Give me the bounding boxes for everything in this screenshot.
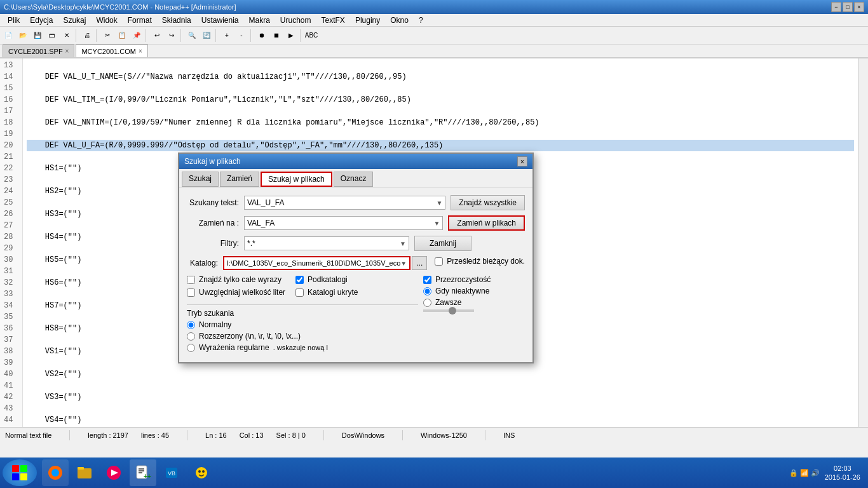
transparency-header: Przezroczystość bbox=[423, 275, 525, 284]
status-sep-3 bbox=[323, 430, 324, 440]
radio-regex[interactable] bbox=[187, 344, 195, 352]
right-checkboxes-area: Podkatalogi Katalogi ukryte bbox=[295, 275, 358, 301]
radio-normal[interactable] bbox=[187, 321, 195, 329]
menu-skladnia[interactable]: Składnia bbox=[157, 15, 196, 26]
macro-record-button[interactable]: ⏺ bbox=[255, 29, 269, 43]
close-window-button[interactable]: × bbox=[854, 2, 864, 12]
maximize-button[interactable]: □ bbox=[843, 2, 853, 12]
taskbar-explorer[interactable] bbox=[71, 459, 98, 486]
catalog-combo[interactable]: I:\DMC_1035V_eco_Sinumerik_810D\DMC_1035… bbox=[223, 256, 410, 270]
radio-always[interactable] bbox=[423, 299, 431, 307]
find-dialog-close-button[interactable]: × bbox=[517, 156, 527, 166]
menu-widok[interactable]: Widok bbox=[91, 15, 122, 26]
menu-edycja[interactable]: Edycja bbox=[25, 15, 58, 26]
taskbar-notepadpp[interactable]: ++ bbox=[130, 459, 156, 486]
match-case-row: Uwzględniaj wielkość liter bbox=[187, 288, 285, 297]
save-button[interactable]: 💾 bbox=[31, 29, 44, 43]
menu-help[interactable]: ? bbox=[414, 15, 428, 26]
menu-format[interactable]: Format bbox=[123, 15, 157, 26]
toolbar-sep-1 bbox=[76, 29, 78, 42]
taskbar-virtualbox[interactable]: VB bbox=[159, 459, 186, 486]
macro-stop-button[interactable]: ⏹ bbox=[269, 29, 283, 43]
menu-szukaj[interactable]: Szukaj bbox=[58, 15, 91, 26]
undo-button[interactable]: ↩ bbox=[150, 29, 164, 43]
radio-extended[interactable] bbox=[187, 332, 195, 341]
ins-display: INS bbox=[503, 431, 515, 439]
separator-1 bbox=[187, 304, 418, 305]
find-button[interactable]: 🔍 bbox=[185, 29, 199, 43]
zoom-out-button[interactable]: - bbox=[234, 29, 248, 43]
replace-files-button[interactable]: Zamień w plikach bbox=[448, 215, 525, 231]
menu-plik[interactable]: Plik bbox=[3, 15, 25, 26]
svg-point-19 bbox=[202, 470, 205, 473]
current-doc-checkbox[interactable] bbox=[435, 257, 443, 266]
subdirs-checkbox[interactable] bbox=[295, 276, 304, 284]
time-display: 02:03 bbox=[825, 464, 860, 473]
svg-text:VB: VB bbox=[168, 470, 175, 477]
replace-text-combo[interactable]: VAL_FA ▼ bbox=[244, 216, 443, 230]
find-tab-szukaj[interactable]: Szukaj bbox=[182, 172, 219, 187]
toolbar-sep-7 bbox=[300, 29, 302, 42]
taskbar-paint[interactable] bbox=[188, 459, 215, 486]
menu-okno[interactable]: Okno bbox=[385, 15, 414, 26]
menu-uruchom[interactable]: Uruchom bbox=[275, 15, 316, 26]
find-replace-button[interactable]: 🔄 bbox=[200, 29, 214, 43]
copy-button[interactable]: 📋 bbox=[115, 29, 129, 43]
menu-ustawienia[interactable]: Ustawienia bbox=[196, 15, 244, 26]
menu-makra[interactable]: Makra bbox=[244, 15, 275, 26]
radio-normal-row: Normalny bbox=[187, 320, 418, 329]
toolbar-sep-4 bbox=[180, 29, 183, 42]
cut-button[interactable]: ✂ bbox=[100, 29, 114, 43]
filters-combo[interactable]: *.* ▼ bbox=[244, 236, 409, 250]
radio-always-label: Zawsze bbox=[435, 298, 461, 307]
minimize-button[interactable]: − bbox=[831, 2, 841, 12]
browse-button[interactable]: ... bbox=[412, 256, 427, 270]
find-tab-zamien[interactable]: Zamień bbox=[220, 172, 259, 187]
save-all-button[interactable]: 🗃 bbox=[45, 29, 59, 43]
menu-textfx[interactable]: TextFX bbox=[316, 15, 350, 26]
tab-cycle2001spf-close[interactable]: × bbox=[65, 48, 69, 55]
close-button[interactable]: ✕ bbox=[60, 29, 74, 43]
svg-rect-3 bbox=[20, 473, 27, 480]
find-dialog-title: Szukaj w plikach × bbox=[179, 154, 532, 169]
replace-text-row: Zamień na : VAL_FA ▼ Zamień w plikach bbox=[187, 215, 525, 231]
file-type: Normal text file bbox=[5, 431, 51, 439]
search-combo-arrow: ▼ bbox=[436, 200, 442, 207]
code-line-13: DEF VAL_U_T_NAME=(S///"Nazwa narzędzia d… bbox=[27, 71, 854, 83]
new-button[interactable]: 📄 bbox=[1, 29, 15, 43]
find-tab-szukaj-w-plikach[interactable]: Szukaj w plikach bbox=[261, 172, 332, 187]
tab-mcyc2001com-close[interactable]: × bbox=[139, 48, 142, 55]
transparency-slider[interactable] bbox=[423, 309, 474, 312]
tab-mcyc2001com[interactable]: MCYC2001.COM × bbox=[76, 44, 147, 57]
search-text-combo[interactable]: VAL_U_FA ▼ bbox=[244, 196, 445, 210]
print-button[interactable]: 🖨 bbox=[80, 29, 94, 43]
transparency-checkbox[interactable] bbox=[423, 276, 431, 284]
col-display: Col : 13 bbox=[240, 431, 264, 439]
radio-extended-label: Rozszerzony (\n, \r, \t, \0, \x...) bbox=[199, 332, 301, 341]
find-tab-oznacz[interactable]: Oznacz bbox=[334, 172, 374, 187]
current-doc-checkbox-row: Prześledź bieżący dok. bbox=[435, 257, 525, 266]
macro-play-button[interactable]: ▶ bbox=[284, 29, 298, 43]
find-all-button[interactable]: Znajdź wszystkie bbox=[451, 195, 525, 210]
match-case-checkbox[interactable] bbox=[187, 288, 195, 297]
menu-pluginy[interactable]: Pluginy bbox=[350, 15, 385, 26]
radio-normal-label: Normalny bbox=[199, 320, 231, 329]
hidden-checkbox[interactable] bbox=[295, 288, 304, 297]
taskbar-firefox[interactable] bbox=[42, 459, 69, 486]
radio-inactive[interactable] bbox=[423, 287, 431, 295]
spell-check-button[interactable]: ABC bbox=[304, 29, 318, 43]
system-tray: 🔒 📶 🔊 bbox=[789, 469, 820, 477]
open-button[interactable]: 📂 bbox=[16, 29, 30, 43]
lines-display: lines : 45 bbox=[141, 431, 169, 439]
svg-rect-2 bbox=[12, 473, 19, 480]
tab-cycle2001spf[interactable]: CYCLE2001.SPF × bbox=[3, 44, 74, 57]
start-button[interactable] bbox=[3, 459, 37, 486]
paste-button[interactable]: 📌 bbox=[130, 29, 144, 43]
zoom-in-button[interactable]: + bbox=[220, 29, 234, 43]
taskbar-media[interactable] bbox=[100, 459, 127, 486]
scrollbar[interactable] bbox=[858, 58, 868, 427]
tab-cycle2001spf-label: CYCLE2001.SPF bbox=[8, 48, 63, 55]
whole-word-checkbox[interactable] bbox=[187, 276, 195, 284]
redo-button[interactable]: ↪ bbox=[165, 29, 179, 43]
close-button[interactable]: Zamknij bbox=[414, 236, 471, 251]
